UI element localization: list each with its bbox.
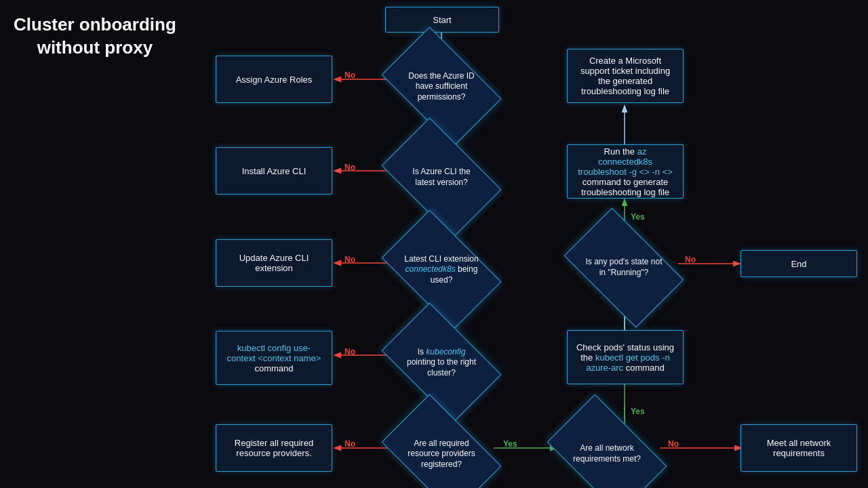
label-d3-no: No <box>344 255 355 264</box>
page-title: Cluster onboarding without proxy <box>14 14 176 60</box>
box-install-azure-cli: Install Azure CLI <box>216 147 332 195</box>
diamond-azure-permissions: Does the Azure ID have sufficient permis… <box>391 53 492 121</box>
box-support-ticket: Create a Microsoft support ticket includ… <box>567 49 684 103</box>
box-troubleshoot-cmd: Run the az connectedk8s troubleshoot -g … <box>567 144 684 199</box>
box-update-cli-extension: Update Azure CLI extension <box>216 239 332 287</box>
diamond-pod-state: Is any pod's state not in "Running"? <box>573 234 675 302</box>
box-meet-network: Meet all network requirements <box>741 424 857 472</box>
label-d6-yes: Yes <box>631 407 645 416</box>
box-check-pods: Check pods' status using the kubectl get… <box>567 330 684 384</box>
start-node: Start <box>385 7 499 33</box>
label-d4-no: No <box>344 347 355 357</box>
diamond-resource-providers: Are all required resource providers regi… <box>391 420 492 488</box>
box-register-providers: Register all required resource providers… <box>216 424 332 472</box>
diamond-azure-cli-version: Is Azure CLI the latest version? <box>391 144 492 211</box>
label-d7-yes: Yes <box>631 212 645 222</box>
flowchart: Cluster onboarding without proxy <box>0 0 868 488</box>
box-assign-azure-roles: Assign Azure Roles <box>216 56 332 103</box>
diamond-network-requirements: Are all network requirements met? <box>556 420 658 488</box>
diamond-cli-extension: Latest CLI extension connectedk8s being … <box>391 236 492 304</box>
box-kubectl-config: kubectl config use-context <context name… <box>216 331 332 385</box>
diamond-kubeconfig: Is kubeconfig pointing to the right clus… <box>391 329 492 396</box>
label-d6-no: No <box>668 439 679 449</box>
label-d1-no: No <box>344 70 355 80</box>
label-d7-no: No <box>685 255 696 264</box>
end-node: End <box>741 250 857 277</box>
label-d2-no: No <box>344 163 355 172</box>
label-d5-yes: Yes <box>503 439 517 449</box>
label-d5-no: No <box>344 439 355 449</box>
